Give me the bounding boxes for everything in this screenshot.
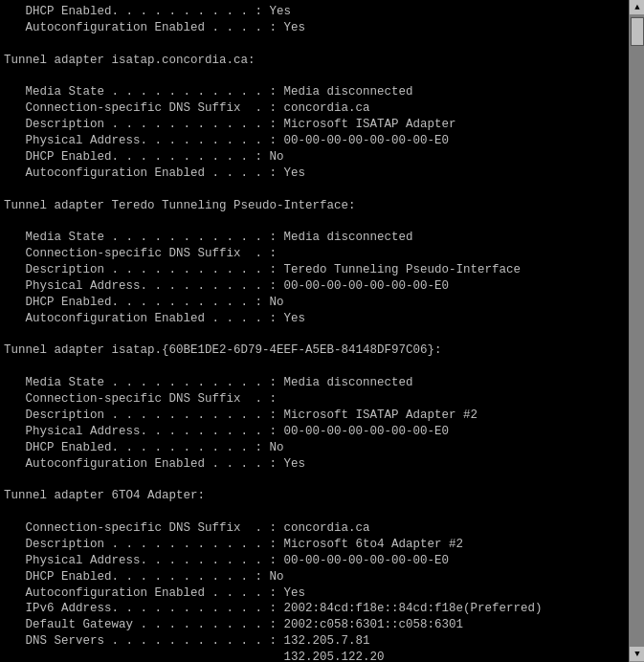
scroll-down-button[interactable]: ▼ — [630, 647, 644, 662]
terminal-output: DHCP Enabled. . . . . . . . . . : Yes Au… — [0, 0, 629, 662]
scrollbar-track[interactable] — [630, 15, 644, 647]
vertical-scrollbar[interactable]: ▲ ▼ — [629, 0, 644, 662]
window: DHCP Enabled. . . . . . . . . . : Yes Au… — [0, 0, 644, 662]
scrollbar-thumb[interactable] — [631, 17, 644, 46]
scroll-up-button[interactable]: ▲ — [630, 0, 644, 15]
